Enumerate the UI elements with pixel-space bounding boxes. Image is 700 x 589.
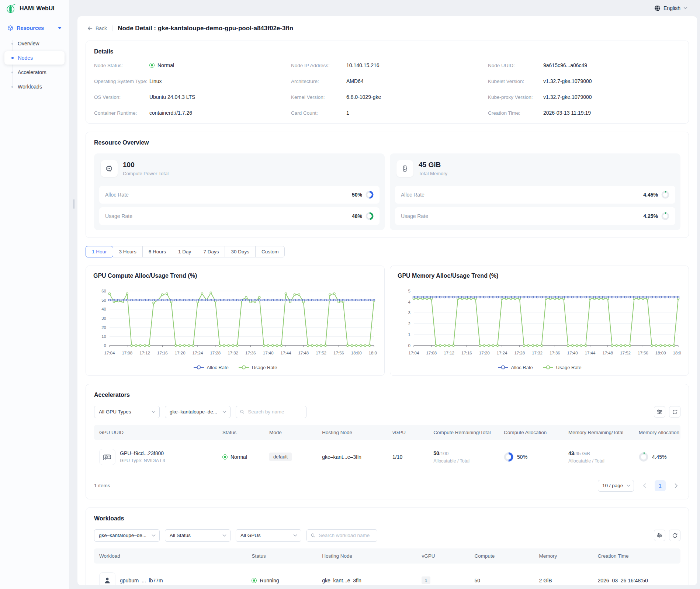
sidebar-item-label: Accelerators xyxy=(18,69,46,75)
svg-text:3: 3 xyxy=(408,311,410,315)
detail-field: Operating System Type:Linux xyxy=(94,78,287,84)
sidebar-resize-handle[interactable] xyxy=(73,199,74,209)
detail-field: OS Version:Ubuntu 24.04.3 LTS xyxy=(94,94,287,100)
accelerators-table: GPU UUID Status Mode Hosting Node vGPU C… xyxy=(94,425,680,474)
workloads-table: Workload Status Hosting Node vGPU Comput… xyxy=(94,548,680,585)
gpu-type-label: GPU Type: NVIDIA L4 xyxy=(120,458,165,463)
node-select[interactable]: gke–kantaloupe–de... xyxy=(165,406,231,418)
refresh-button[interactable] xyxy=(669,406,680,418)
svg-text:17:08: 17:08 xyxy=(426,351,437,355)
table-row[interactable]: gpuburn–...–lb77m Running gke–kant...e–3… xyxy=(94,564,680,585)
svg-text:17:44: 17:44 xyxy=(585,351,596,355)
resources-cube-icon xyxy=(7,25,13,31)
svg-text:17:16: 17:16 xyxy=(157,351,168,355)
workload-gpus-select[interactable]: All GPUs xyxy=(236,529,301,542)
time-range-3-hours[interactable]: 3 Hours xyxy=(113,246,143,257)
accelerators-title: Accelerators xyxy=(94,392,680,398)
svg-text:17:56: 17:56 xyxy=(638,351,648,355)
accelerator-search-input[interactable] xyxy=(247,409,302,415)
compute-total-value: 100 xyxy=(123,161,169,169)
donut-progress xyxy=(365,191,374,199)
time-range-group: 1 Hour 3 Hours 6 Hours 1 Day 7 Days 30 D… xyxy=(86,246,689,257)
refresh-icon xyxy=(672,533,678,538)
main-panel: Back Node Detail : gke-kantaloupe-demo-g… xyxy=(77,16,697,585)
chevron-down-icon xyxy=(152,410,156,413)
table-header-row: GPU UUID Status Mode Hosting Node vGPU C… xyxy=(94,425,680,440)
sidebar-item-accelerators[interactable]: Accelerators xyxy=(4,66,65,79)
detail-field: Node IP Address:10.140.15.216 xyxy=(291,62,484,68)
time-range-7-days[interactable]: 7 Days xyxy=(197,246,225,257)
page-size-select[interactable]: 10 / page xyxy=(598,480,634,492)
svg-text:17:56: 17:56 xyxy=(333,351,344,355)
gpu-type-select[interactable]: All GPU Types xyxy=(94,406,160,418)
line-chart: 010203040506017:0417:0817:1217:1617:2017… xyxy=(93,287,377,363)
workload-status-select[interactable]: All Status xyxy=(165,529,231,542)
svg-text:10: 10 xyxy=(101,334,106,339)
workload-search-input[interactable] xyxy=(318,532,373,538)
svg-text:17:24: 17:24 xyxy=(497,351,507,355)
detail-field: Kernel Version:6.8.0-1029-gke xyxy=(291,94,484,100)
sidebar-tree: Overview Nodes Accelerators Workloads xyxy=(4,37,65,93)
table-row[interactable]: GPU–f9cd...23f800 GPU Type: NVIDIA L4 No… xyxy=(94,440,680,474)
svg-text:20: 20 xyxy=(101,325,106,330)
detail-field: Card Count:1 xyxy=(291,110,484,116)
accelerator-search xyxy=(236,406,306,418)
legend-usage-rate[interactable]: Usage Rate xyxy=(543,365,582,370)
refresh-icon xyxy=(672,409,678,415)
donut-progress xyxy=(365,212,374,220)
legend-alloc-rate[interactable]: Alloc Rate xyxy=(193,365,229,370)
column-settings-button[interactable] xyxy=(654,406,665,418)
svg-text:18:04: 18:04 xyxy=(369,351,377,355)
svg-text:17:32: 17:32 xyxy=(228,351,238,355)
sidebar-item-overview[interactable]: Overview xyxy=(4,37,65,50)
bullet-icon xyxy=(11,72,13,73)
time-range-30-days[interactable]: 30 Days xyxy=(225,246,256,257)
memory-total-label: Total Memory xyxy=(419,171,447,176)
refresh-button[interactable] xyxy=(669,530,680,541)
svg-text:17:04: 17:04 xyxy=(104,351,115,355)
hosting-node: gke–kant...e–3fln xyxy=(322,578,361,583)
resource-overview-title: Resource Overview xyxy=(94,139,680,146)
brand[interactable]: HAMi WebUI xyxy=(0,0,69,17)
legend-alloc-rate[interactable]: Alloc Rate xyxy=(498,365,533,370)
time-range-6-hours[interactable]: 6 Hours xyxy=(142,246,172,257)
sidebar-item-nodes[interactable]: Nodes xyxy=(4,51,65,65)
time-range-custom[interactable]: Custom xyxy=(255,246,285,257)
sidebar-item-workloads[interactable]: Workloads xyxy=(4,80,65,93)
sidebar-item-label: Overview xyxy=(18,41,39,46)
sidebar-section-label: Resources xyxy=(17,25,44,31)
next-page-button[interactable] xyxy=(672,481,680,490)
svg-text:17:36: 17:36 xyxy=(245,351,256,355)
workload-node-select[interactable]: gke–kantaloupe–de... xyxy=(94,529,160,542)
brand-name: HAMi WebUI xyxy=(20,5,55,12)
column-settings-button[interactable] xyxy=(654,530,665,541)
page-number-1[interactable]: 1 xyxy=(655,480,666,491)
status-normal-icon xyxy=(149,63,155,68)
language-selector[interactable]: English xyxy=(654,5,687,11)
time-range-1-hour[interactable]: 1 Hour xyxy=(86,246,113,257)
svg-text:17:32: 17:32 xyxy=(532,351,543,355)
chart-legend: Alloc Rate Usage Rate xyxy=(398,363,681,372)
svg-text:50: 50 xyxy=(101,298,106,302)
compute-alloc-rate-row: Alloc Rate 50% xyxy=(99,186,380,204)
sidebar: HAMi WebUI Resources Overview Nodes Acce… xyxy=(0,0,69,589)
donut-progress xyxy=(504,452,513,462)
gpu-compute-trend-chart: GPU Compute Alloc/Usage Trend (%) 010203… xyxy=(86,266,385,376)
svg-text:18:04: 18:04 xyxy=(673,351,681,355)
gpu-uuid[interactable]: GPU–f9cd...23f800 xyxy=(120,450,165,456)
workload-name[interactable]: gpuburn–...–lb77m xyxy=(120,578,163,583)
detail-field: Kubelet Version:v1.32.7-gke.1079000 xyxy=(488,78,680,84)
back-button[interactable]: Back xyxy=(87,25,107,31)
time-range-1-day[interactable]: 1 Day xyxy=(172,246,197,257)
prev-page-button[interactable] xyxy=(640,481,649,490)
vgpu-tag: 1 xyxy=(422,576,430,584)
svg-text:17:12: 17:12 xyxy=(139,351,150,355)
memory-icon xyxy=(396,160,413,177)
gpu-card-icon xyxy=(99,449,115,465)
sidebar-menu: Resources Overview Nodes Accelerators Wo… xyxy=(0,17,69,93)
sidebar-section-resources[interactable]: Resources xyxy=(4,23,65,33)
svg-text:0: 0 xyxy=(408,343,410,348)
chevron-down-icon xyxy=(152,534,156,537)
legend-usage-rate[interactable]: Usage Rate xyxy=(238,365,277,370)
language-label: English xyxy=(663,5,680,11)
